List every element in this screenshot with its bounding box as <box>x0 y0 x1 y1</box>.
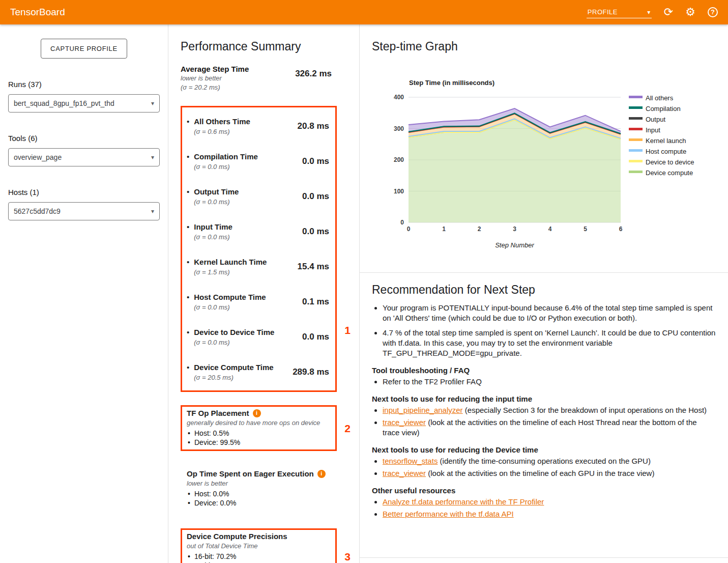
info-icon[interactable]: i <box>253 409 261 417</box>
metric-name: Device Compute Time <box>194 362 273 372</box>
metric-value: 0.0 ms <box>302 156 331 166</box>
breakdown-row: Kernel Launch Time (σ = 1.5 ms) 15.4 ms <box>187 249 331 284</box>
list-item: trace_viewer (look at the activities on … <box>383 417 716 438</box>
dashboard-select[interactable]: PROFILE ▾ <box>587 6 652 18</box>
section-heading: Next tools to use for reducing the input… <box>372 394 716 404</box>
list-item-text: (identify the time-consuming operations … <box>438 457 651 465</box>
y-tick-label: 400 <box>394 94 404 101</box>
section-heading: Tool troubleshooting / FAQ <box>372 365 716 376</box>
list-item: Host: 0.5% <box>187 429 331 438</box>
app-title: TensorBoard <box>10 7 65 18</box>
metric-name: Kernel Launch Time <box>194 257 267 267</box>
list-item-text: (especially Section 3 for the breakdown … <box>463 406 707 414</box>
metric-name: Device to Device Time <box>194 327 274 337</box>
precisions-hint: out of Total Device Time <box>187 542 331 550</box>
breakdown-row: All Others Time (σ = 0.6 ms) 20.8 ms <box>187 108 331 144</box>
section-heading: Other useful resources <box>372 486 716 496</box>
performance-summary-title: Performance Summary <box>181 40 337 53</box>
y-tick-label: 100 <box>394 188 404 195</box>
runs-field: Runs (37) bert_squad_8gpu_fp16_pvt_thd ▾ <box>8 80 160 112</box>
chevron-down-icon: ▾ <box>151 154 154 160</box>
metric-sigma: (σ = 0.6 ms) <box>194 128 250 135</box>
chevron-down-icon: ▾ <box>151 100 154 106</box>
header-actions: PROFILE ▾ ⟳ ⚙ ? <box>587 6 718 18</box>
legend-swatch <box>629 128 643 130</box>
legend-swatch <box>629 106 643 109</box>
x-tick-label: 6 <box>619 226 623 233</box>
resource-link[interactable]: Analyze tf.data performance with the TF … <box>383 497 544 506</box>
tool-link[interactable]: trace_viewer <box>383 469 426 477</box>
list-item-text: (look at the activities on the timeline … <box>383 418 697 437</box>
metric-value: 15.4 ms <box>298 262 331 272</box>
average-step-time: Average Step Time lower is better (σ = 2… <box>181 65 337 92</box>
step-time-graph-title: Step-time Graph <box>372 40 716 53</box>
tools-select-value: overview_page <box>14 153 62 161</box>
legend-swatch <box>629 138 643 141</box>
metric-sigma: (σ = 0.0 ms) <box>194 163 258 171</box>
info-icon[interactable]: i <box>317 470 326 478</box>
list-item: 4.7 % of the total step time sampled is … <box>383 328 716 358</box>
breakdown-wrap: All Others Time (σ = 0.6 ms) 20.8 ms Com… <box>181 106 337 392</box>
metric-value: 0.0 ms <box>302 227 331 237</box>
legend-swatch <box>629 171 643 173</box>
legend-swatch <box>629 160 643 162</box>
legend-label: Input <box>646 126 660 134</box>
legend-label: Kernel launch <box>646 137 686 145</box>
hosts-select[interactable]: 5627c5dd7dc9 ▾ <box>8 202 160 220</box>
list-item: Better performance with the tf.data API <box>383 509 716 519</box>
metric-sigma: (σ = 0.0 ms) <box>194 303 266 311</box>
list-item: Analyze tf.data performance with the TF … <box>383 497 716 507</box>
metric-value: 0.0 ms <box>302 191 331 202</box>
resource-link[interactable]: Better performance with the tf.data API <box>383 510 514 518</box>
step-time-chart[interactable]: Step Time (in milliseconds)0100200300400… <box>382 70 728 254</box>
refresh-icon[interactable]: ⟳ <box>664 6 673 18</box>
eager-execution-title: Op Time Spent on Eager Execution <box>187 469 314 478</box>
tools-select[interactable]: overview_page ▾ <box>8 148 160 166</box>
runs-select[interactable]: bert_squad_8gpu_fp16_pvt_thd ▾ <box>8 94 160 112</box>
tool-link[interactable]: input_pipeline_analyzer <box>383 406 463 414</box>
list-item: Device: 99.5% <box>187 438 331 447</box>
gear-icon[interactable]: ⚙ <box>685 6 695 18</box>
section-list: Refer to the TF2 Profiler FAQ <box>383 377 716 387</box>
runs-label: Runs (37) <box>8 80 160 89</box>
y-tick-label: 200 <box>394 156 404 163</box>
hosts-field: Hosts (1) 5627c5dd7dc9 ▾ <box>8 188 160 220</box>
dashboard-select-value: PROFILE <box>588 8 618 16</box>
capture-profile-button[interactable]: CAPTURE PROFILE <box>41 39 127 59</box>
precisions-wrap: Device Compute Precisions out of Total D… <box>181 528 337 563</box>
legend-swatch <box>629 96 643 98</box>
metric-name: All Others Time <box>194 117 250 126</box>
breakdown-row: Device to Device Time (σ = 0.0 ms) 0.0 m… <box>187 319 331 354</box>
precisions-title: Device Compute Precisions <box>187 531 287 541</box>
section-list: Analyze tf.data performance with the TF … <box>383 497 716 519</box>
breakdown-row: Input Time (σ = 0.0 ms) 0.0 ms <box>187 214 331 249</box>
hosts-label: Hosts (1) <box>8 188 160 196</box>
runs-select-value: bert_squad_8gpu_fp16_pvt_thd <box>14 99 114 107</box>
section-heading: Next tools to use for reducing the Devic… <box>372 445 716 455</box>
chevron-down-icon: ▾ <box>151 208 154 214</box>
metric-value: 20.8 ms <box>298 121 331 131</box>
x-tick-label: 3 <box>513 226 516 233</box>
y-tick-label: 300 <box>394 125 404 132</box>
tool-link[interactable]: trace_viewer <box>383 418 426 427</box>
metric-value: 0.0 ms <box>302 332 331 342</box>
x-axis-label: Step Number <box>495 241 534 249</box>
sidebar: CAPTURE PROFILE Runs (37) bert_squad_8gp… <box>0 24 168 563</box>
metric-sigma: (σ = 20.5 ms) <box>194 374 273 381</box>
x-tick-label: 1 <box>442 226 446 233</box>
main-content: CAPTURE PROFILE Runs (37) bert_squad_8gp… <box>0 24 728 563</box>
metric-value: 326.2 ms <box>295 69 332 92</box>
app-header: TensorBoard PROFILE ▾ ⟳ ⚙ ? <box>0 0 728 24</box>
metric-value: 0.1 ms <box>302 297 331 307</box>
x-tick-label: 2 <box>478 226 481 233</box>
x-tick-label: 4 <box>548 226 552 233</box>
annotation-number-3: 3 <box>344 551 351 563</box>
section-list: tensorflow_stats (identify the time-cons… <box>383 456 716 478</box>
help-icon[interactable]: ? <box>708 7 718 17</box>
metric-sigma: (σ = 0.0 ms) <box>194 198 239 206</box>
breakdown-row: Compilation Time (σ = 0.0 ms) 0.0 ms <box>187 144 331 179</box>
tool-link[interactable]: tensorflow_stats <box>383 457 438 465</box>
metric-name: Output Time <box>194 187 239 196</box>
section-list: input_pipeline_analyzer (especially Sect… <box>383 405 716 438</box>
area-device-compute <box>409 120 621 222</box>
